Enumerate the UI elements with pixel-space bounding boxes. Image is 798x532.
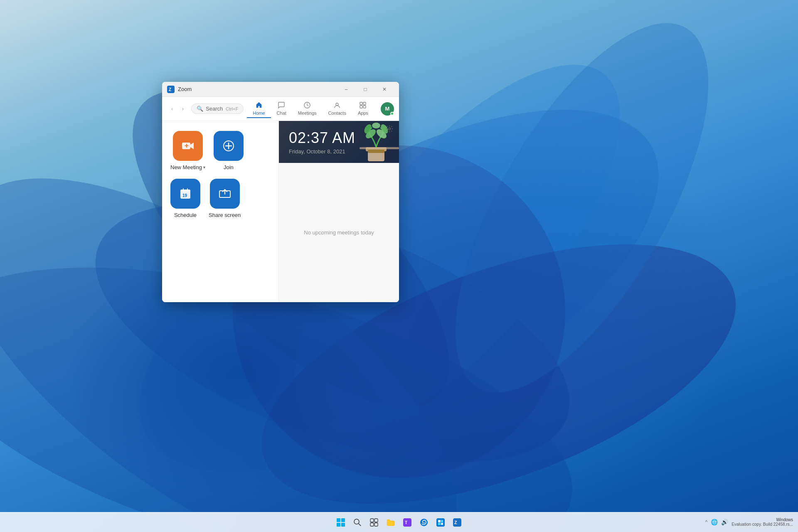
svg-rect-40 [370,523,374,526]
home-icon [255,101,263,110]
search-shortcut: Ctrl+F [226,106,238,111]
tab-contacts-label: Contacts [328,111,346,116]
tab-chat[interactable]: Chat [271,100,292,118]
contacts-icon [333,101,341,110]
window-title: Zoom [178,86,337,92]
start-button[interactable] [333,515,348,530]
tab-home[interactable]: Home [247,100,271,118]
maximize-button[interactable]: □ [356,83,375,96]
right-panel: 02:37 AM Friday, October 8, 2021 [278,121,399,302]
network-icon: 🌐 [711,519,718,525]
title-bar: Z Zoom – □ ✕ [162,82,399,97]
svg-rect-33 [337,518,340,522]
tab-meetings-label: Meetings [298,111,317,116]
chevron-up-icon[interactable]: ^ [705,519,708,525]
build-text: Evaluation copy. Build 22458.rs... [732,522,793,527]
svg-text:T: T [405,520,407,525]
window-controls: – □ ✕ [337,83,394,96]
svg-rect-32 [360,147,399,149]
svg-text:19: 19 [182,193,187,198]
user-avatar[interactable]: M [381,102,394,116]
zoom-window: Z Zoom – □ ✕ ‹ › 🔍 Search Ctrl+F [162,82,399,302]
edge-button[interactable] [416,515,431,530]
svg-rect-13 [360,102,362,105]
action-row-2: 19 Schedule Share screen [170,179,270,218]
join-button[interactable]: Join [214,131,244,170]
tab-contacts[interactable]: Contacts [323,100,352,118]
tab-meetings[interactable]: Meetings [292,100,323,118]
svg-rect-15 [360,106,362,108]
teams-button[interactable]: T [400,515,415,530]
file-explorer-button[interactable] [383,515,398,530]
forward-button[interactable]: › [178,104,188,114]
minimize-button[interactable]: – [337,83,356,96]
join-icon [214,131,244,161]
svg-point-44 [420,519,428,526]
wallpaper-decoration [0,0,798,532]
windows-text: Windows [732,517,793,522]
tab-apps[interactable]: Apps [352,100,374,118]
svg-point-31 [372,123,380,128]
svg-text:Z: Z [169,87,171,92]
task-view-button[interactable] [367,515,382,530]
svg-rect-21 [180,190,190,192]
svg-text:Z: Z [454,520,457,525]
volume-icon: 🔊 [721,519,728,525]
svg-rect-41 [374,523,378,526]
svg-rect-34 [341,518,345,522]
taskbar-search-button[interactable] [350,515,365,530]
meetings-panel: No upcoming meetings today [279,163,399,302]
search-box[interactable]: 🔍 Search Ctrl+F [191,103,244,114]
search-icon: 🔍 [197,106,203,112]
close-button[interactable]: ✕ [375,83,394,96]
nav-tabs: Home Chat Meetings [247,100,374,118]
tab-apps-label: Apps [358,111,368,116]
store-button[interactable] [433,515,448,530]
share-screen-label: Share screen [209,212,241,218]
chat-icon [278,101,285,110]
share-screen-icon [210,179,240,209]
taskbar-corner-info: Windows Evaluation copy. Build 22458.rs.… [732,517,793,527]
schedule-button[interactable]: 19 Schedule [170,179,200,218]
apps-icon [359,101,367,110]
new-meeting-icon [173,131,203,161]
svg-point-17 [389,128,391,130]
online-indicator [390,112,394,116]
svg-rect-35 [337,523,340,527]
nav-bar: ‹ › 🔍 Search Ctrl+F Home [162,97,399,121]
svg-rect-16 [363,106,366,108]
back-button[interactable]: ‹ [167,104,177,114]
zoom-logo: Z [167,86,175,93]
action-row-1: New Meeting ▾ Join [170,131,270,170]
join-label: Join [224,164,234,170]
dropdown-arrow: ▾ [203,165,205,170]
clock-card: 02:37 AM Friday, October 8, 2021 [279,121,399,163]
svg-rect-36 [341,523,345,527]
new-meeting-label: New Meeting ▾ [170,164,205,170]
taskbar: T Z [0,512,798,532]
actions-panel: New Meeting ▾ Join [162,121,278,302]
schedule-icon: 19 [170,179,200,209]
schedule-label: Schedule [174,212,197,218]
nav-arrows: ‹ › [167,104,188,114]
settings-button[interactable] [383,123,396,135]
svg-rect-38 [370,519,374,522]
meetings-icon [303,101,311,110]
taskbar-zoom-button[interactable]: Z [450,515,465,530]
taskbar-icons: T Z [333,515,465,530]
new-meeting-button[interactable]: New Meeting ▾ [170,131,205,170]
share-screen-button[interactable]: Share screen [209,179,241,218]
search-label: Search [206,106,223,112]
svg-point-37 [354,519,359,524]
svg-rect-26 [368,150,384,153]
no-meetings-text: No upcoming meetings today [304,229,374,236]
svg-rect-39 [374,519,378,522]
tab-home-label: Home [253,111,265,116]
svg-point-12 [336,103,338,106]
avatar-initials: M [385,106,390,112]
svg-rect-14 [363,102,366,105]
tab-chat-label: Chat [277,111,286,116]
